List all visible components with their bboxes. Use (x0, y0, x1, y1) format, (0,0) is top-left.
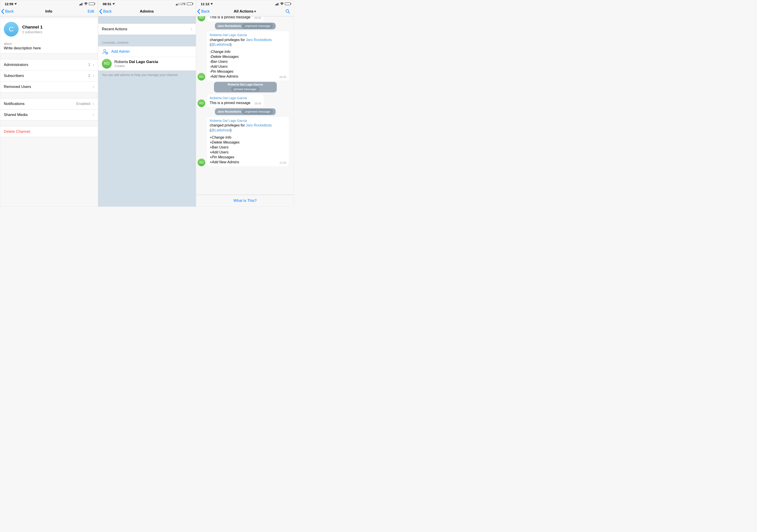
battery-icon (89, 2, 95, 5)
panel-all-actions: 11:12 Back All Actions▾ RD This is a pi (196, 0, 294, 207)
back-label: Back (5, 9, 14, 14)
message-row[interactable]: RD Roberta Dal Lago Garcia changed privi… (197, 117, 293, 166)
row-label: Notifications (4, 102, 25, 106)
message-text: changed privileges for Jaro Rocketbots (… (210, 38, 286, 47)
section-footer: You can add admins to help you manage yo… (98, 71, 196, 79)
permissions-list: +Change Info +Delete Messages +Ban Users… (210, 135, 286, 164)
row-label: Delete Channel (4, 130, 30, 134)
nav-title: Admins (140, 9, 154, 14)
row-label: Recent Actions (102, 27, 127, 31)
avatar: RD (197, 99, 205, 107)
admin-avatar: RD (102, 59, 112, 69)
delete-channel-button[interactable]: Delete Channel (0, 127, 98, 137)
status-bar: 08:51 LTE (98, 0, 196, 7)
row-label: Subscribers (4, 74, 24, 78)
avatar: RD (197, 159, 205, 166)
message-text: This is a pinned message (210, 16, 250, 19)
sender-name[interactable]: Roberta Dal Lago Garcia (210, 33, 286, 38)
back-label: Back (103, 9, 112, 14)
add-admin-label: Add Admin (111, 49, 130, 54)
service-message: Jaro Rocketbots unpinned message (197, 108, 293, 115)
settings-group: Notifications Enabled › Shared Media › (0, 98, 98, 120)
search-icon[interactable] (285, 9, 290, 14)
row-value: 1 (88, 63, 90, 67)
danger-group: Delete Channel (0, 126, 98, 137)
chevron-right-icon: › (93, 112, 94, 117)
status-bar: 11:12 (196, 0, 294, 7)
svg-line-5 (288, 12, 290, 13)
sender-name[interactable]: Roberta Dal Lago Garcia (210, 118, 286, 123)
admin-name: Roberta Dal Lago Garcia (114, 60, 158, 64)
chevron-right-icon: › (93, 102, 94, 106)
channel-avatar[interactable]: C (4, 22, 18, 37)
battery-icon (285, 2, 291, 5)
message-time: 09:59 (253, 101, 261, 105)
status-time: 12:59 (5, 2, 13, 6)
status-time: 11:12 (201, 2, 209, 6)
sender-name[interactable]: Roberta Dal Lago Garcia (210, 96, 261, 101)
members-group: Administrators 1 › Subscribers 2 › Remov… (0, 59, 98, 92)
status-bar: 12:59 (0, 0, 98, 7)
chat-body[interactable]: RD This is a pinned message 09:58 Jaro R… (196, 16, 294, 195)
chevron-right-icon: › (191, 27, 192, 32)
chevron-left-icon (99, 9, 102, 14)
nav-title: Info (45, 9, 52, 14)
message-time: 09:59 (278, 74, 286, 79)
edit-button[interactable]: Edit (88, 9, 94, 14)
message-text: This is a pinned message (210, 101, 250, 105)
subscribers-row[interactable]: Subscribers 2 › (0, 71, 98, 81)
chevron-right-icon: › (93, 74, 94, 78)
signal-icon (176, 2, 180, 5)
row-value: Enabled (76, 102, 90, 106)
status-time: 08:51 (103, 2, 111, 6)
add-admin-icon (102, 48, 108, 55)
svg-point-0 (104, 49, 106, 52)
admin-role: Creator (114, 64, 158, 68)
shared-media-row[interactable]: Shared Media › (0, 109, 98, 120)
section-header-admins: CHANNEL ADMINS (98, 35, 196, 46)
removed-users-row[interactable]: Removed Users › (0, 81, 98, 92)
back-button[interactable]: Back (1, 9, 14, 14)
message-row[interactable]: RD Roberta Dal Lago Garcia changed privi… (197, 31, 293, 80)
signal-icon (275, 2, 279, 5)
battery-icon (187, 2, 193, 5)
recent-actions-group: Recent Actions › (98, 23, 196, 35)
channel-name: Channel 1 (22, 25, 43, 30)
row-label: Removed Users (4, 85, 31, 89)
admin-row[interactable]: RD Roberta Dal Lago Garcia Creator (98, 57, 196, 71)
nav-title-dropdown[interactable]: All Actions▾ (234, 9, 256, 14)
what-is-this-link[interactable]: What Is This? (233, 198, 257, 203)
service-message: Roberta Dal Lago Garcia pinned message: (197, 82, 293, 92)
panel-info: 12:59 Back Info Edit C Channel 1 2 subsc… (0, 0, 98, 207)
nav-bar: Back Admins (98, 7, 196, 16)
signal-icon (79, 2, 83, 5)
row-value: 2 (88, 74, 90, 78)
notifications-row[interactable]: Notifications Enabled › (0, 99, 98, 109)
message-row[interactable]: RD Roberta Dal Lago Garcia This is a pin… (197, 94, 293, 107)
about-section[interactable]: about Write description here (0, 40, 98, 53)
nav-bar: Back All Actions▾ (196, 7, 294, 16)
location-icon (112, 2, 115, 5)
location-icon (14, 2, 17, 5)
recent-actions-row[interactable]: Recent Actions › (98, 24, 196, 35)
message-row[interactable]: RD This is a pinned message 09:58 (197, 16, 293, 21)
back-button[interactable]: Back (99, 9, 112, 14)
wifi-icon (280, 2, 284, 5)
row-label: Administrators (4, 63, 28, 67)
avatar: RD (197, 16, 205, 21)
chevron-right-icon: › (93, 62, 94, 67)
add-admin-row[interactable]: Add Admin (98, 46, 196, 57)
wifi-icon (84, 2, 88, 5)
chevron-down-icon: ▾ (254, 10, 256, 13)
channel-header: C Channel 1 2 subscribers (0, 18, 98, 40)
about-value: Write description here (4, 46, 94, 50)
network-label: LTE (181, 2, 186, 6)
back-button[interactable]: Back (197, 9, 210, 14)
administrators-row[interactable]: Administrators 1 › (0, 59, 98, 71)
back-label: Back (201, 9, 210, 14)
location-icon (210, 2, 213, 5)
chevron-right-icon: › (93, 84, 94, 89)
row-label: Shared Media (4, 113, 28, 117)
chat-footer: What Is This? (196, 195, 294, 207)
panel-admins: 08:51 LTE Back Admins Recent Actions › C… (98, 0, 196, 207)
